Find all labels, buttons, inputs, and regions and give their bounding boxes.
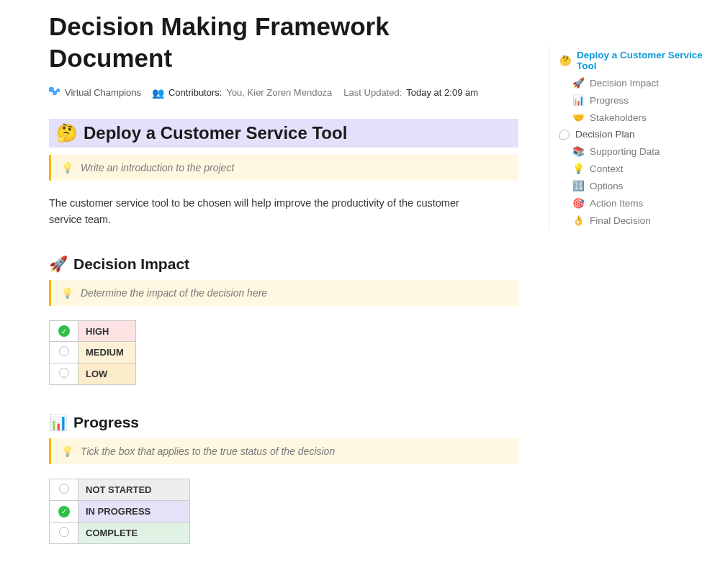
outline-item[interactable]: 📊Progress (559, 91, 707, 109)
progress-check-cell[interactable] (50, 522, 78, 543)
outline-item[interactable]: 🤝Stakeholders (559, 109, 707, 126)
outline-item[interactable]: 👌Final Decision (559, 212, 707, 229)
section-impact-title: Decision Impact (73, 255, 189, 273)
impact-check-cell[interactable]: ✓ (50, 320, 78, 342)
outline-item[interactable]: 🤔Deploy a Customer Service Tool (559, 47, 707, 74)
updated-value: Today at 2:09 am (406, 87, 478, 98)
callout-intro[interactable]: 💡 Write an introduction to the project (49, 155, 518, 181)
progress-label: COMPLETE (78, 522, 190, 543)
table-row[interactable]: LOW (50, 363, 136, 385)
outline-item[interactable]: 📚Supporting Data (559, 143, 707, 160)
document-main: Decision Making Framework Document Virtu… (0, 0, 518, 544)
section-progress-heading[interactable]: 📊 Progress (49, 414, 518, 431)
callout-impact-text: Determine the impact of the decision her… (81, 287, 267, 299)
empty-circle-icon[interactable] (59, 527, 69, 537)
outline-emoji-icon: 🚀 (572, 77, 584, 89)
section-progress-title: Progress (73, 414, 139, 431)
thinking-icon: 🤔 (56, 123, 78, 143)
outline-label: Options (590, 181, 624, 191)
outline-emoji-icon: 🤝 (572, 112, 584, 123)
outline-item[interactable]: Decision Plan (559, 126, 707, 143)
outline-label: Decision Impact (590, 78, 659, 89)
bulb-icon: 💡 (61, 287, 73, 299)
outline-label: Progress (590, 95, 629, 106)
callout-progress-text: Tick the box that applies to the true st… (81, 445, 335, 457)
team-meta[interactable]: Virtual Champions (49, 87, 141, 99)
impact-label: HIGH (78, 320, 136, 342)
impact-label: MEDIUM (78, 342, 136, 363)
empty-circle-icon[interactable] (59, 368, 69, 378)
impact-table: ✓ HIGH MEDIUM LOW (49, 320, 136, 386)
progress-label: NOT STARTED (78, 479, 190, 501)
callout-impact[interactable]: 💡 Determine the impact of the decision h… (49, 280, 518, 306)
outline-label: Supporting Data (590, 146, 660, 157)
team-name: Virtual Champions (65, 87, 141, 98)
chart-icon: 📊 (49, 414, 68, 431)
table-row[interactable]: NOT STARTED (50, 479, 190, 501)
bulb-icon: 💡 (61, 445, 73, 457)
progress-label: IN PROGRESS (78, 501, 190, 523)
outline-emoji-icon: 💡 (572, 163, 584, 174)
people-icon: 👥 (153, 87, 164, 99)
impact-check-cell[interactable] (50, 363, 78, 385)
progress-check-cell[interactable]: ✓ (50, 501, 78, 523)
section-deploy-heading[interactable]: 🤔 Deploy a Customer Service Tool (49, 119, 518, 148)
speech-icon (559, 130, 570, 140)
rocket-icon: 🚀 (49, 255, 68, 273)
outline-item[interactable]: 🚀Decision Impact (559, 74, 707, 91)
outline-emoji-icon: 🤔 (559, 55, 571, 66)
updated-meta: Last Updated: Today at 2:09 am (343, 87, 478, 98)
impact-label: LOW (78, 363, 136, 385)
impact-check-cell[interactable] (50, 342, 78, 363)
outline-emoji-icon: 🔢 (572, 180, 584, 191)
contributors-label: Contributors: (168, 87, 222, 98)
outline-label: Final Decision (590, 215, 651, 226)
empty-circle-icon[interactable] (59, 346, 69, 356)
outline-label: Action Items (590, 198, 643, 209)
outline-item[interactable]: 🎯Action Items (559, 194, 707, 212)
outline-emoji-icon: 🎯 (572, 197, 584, 209)
check-circle-icon[interactable]: ✓ (58, 325, 70, 337)
page-title: Decision Making Framework Document (49, 11, 518, 74)
empty-circle-icon[interactable] (59, 484, 69, 494)
contributors-meta[interactable]: 👥 Contributors: You, Kier Zoren Mendoza (153, 87, 332, 99)
intro-body[interactable]: The customer service tool to be chosen w… (49, 195, 488, 228)
outline-item[interactable]: 🔢Options (559, 177, 707, 194)
table-row[interactable]: ✓ HIGH (50, 320, 136, 342)
table-row[interactable]: ✓ IN PROGRESS (50, 501, 190, 523)
sparkle-icon (49, 87, 60, 99)
outline-emoji-icon: 📚 (572, 145, 584, 157)
updated-label: Last Updated: (343, 87, 402, 98)
progress-check-cell[interactable] (50, 479, 78, 501)
section-impact-heading[interactable]: 🚀 Decision Impact (49, 255, 518, 273)
outline-emoji-icon: 👌 (572, 214, 584, 226)
bulb-icon: 💡 (61, 162, 73, 173)
outline-panel: 🤔Deploy a Customer Service Tool 🚀Decisio… (549, 47, 707, 229)
callout-intro-text: Write an introduction to the project (81, 162, 234, 173)
outline-emoji-icon: 📊 (572, 94, 584, 106)
outline-label: Context (590, 163, 624, 174)
meta-row: Virtual Champions 👥 Contributors: You, K… (49, 87, 518, 99)
outline-label: Deploy a Customer Service Tool (577, 50, 707, 71)
section-deploy-title: Deploy a Customer Service Tool (84, 123, 347, 143)
contributors-value: You, Kier Zoren Mendoza (226, 87, 332, 98)
progress-table: NOT STARTED ✓ IN PROGRESS COMPLETE (49, 479, 190, 544)
outline-item[interactable]: 💡Context (559, 160, 707, 177)
table-row[interactable]: COMPLETE (50, 522, 190, 543)
table-row[interactable]: MEDIUM (50, 342, 136, 363)
outline-label: Stakeholders (590, 112, 647, 123)
check-circle-icon[interactable]: ✓ (58, 506, 70, 517)
outline-label: Decision Plan (575, 129, 635, 140)
callout-progress[interactable]: 💡 Tick the box that applies to the true … (49, 438, 518, 464)
